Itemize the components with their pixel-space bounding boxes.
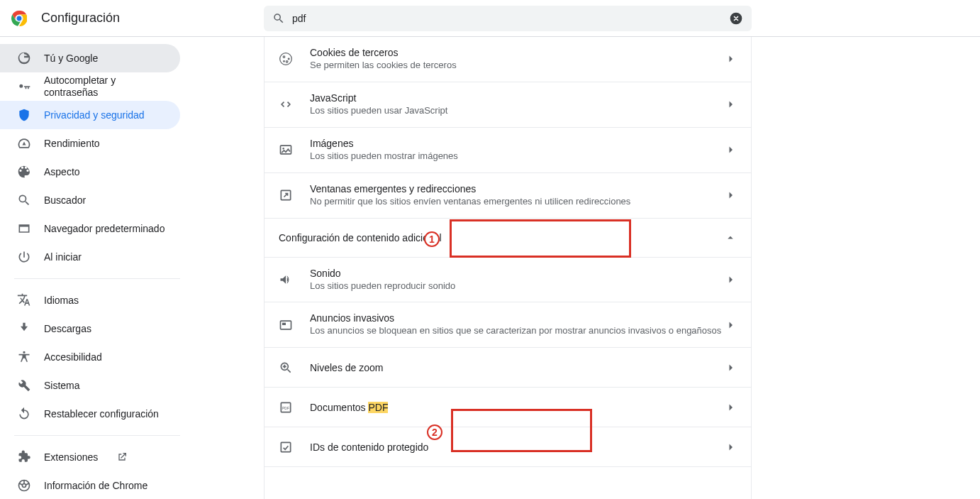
row-subtitle: Los sitios pueden mostrar imágenes [310,150,724,163]
section-title: Configuración de contenido adicional [279,232,442,243]
row-title: Anuncios invasivos [310,312,724,324]
svg-point-5 [23,484,26,488]
sidebar-divider [14,435,180,436]
ads-icon [279,318,293,332]
chevron-up-icon [724,231,737,244]
sidebar-item-search-engine[interactable]: Buscador [0,186,180,214]
google-icon [17,51,31,65]
sound-icon [279,273,293,287]
sidebar-item-label: Privacidad y seguridad [44,109,145,121]
row-sound[interactable]: Sonido Los sitios pueden reproducir soni… [265,258,751,303]
row-ads[interactable]: Anuncios invasivos Los anuncios se bloqu… [265,302,751,348]
sidebar-item-label: Restablecer configuración [44,408,159,420]
page-title: Configuración [41,11,120,26]
sidebar-item-performance[interactable]: Rendimiento [0,129,180,158]
row-title: Sonido [310,268,724,279]
search-highlight: PDF [368,402,388,413]
chevron-right-icon [724,98,737,111]
sidebar-item-extensions[interactable]: Extensiones [0,443,180,471]
svg-text:PDF: PDF [282,405,289,410]
chevron-right-icon [724,361,737,374]
row-title: JavaScript [310,92,724,104]
search-bar[interactable] [264,6,752,31]
row-subtitle: Los anuncios se bloquean en sitios que s… [310,325,724,337]
chevron-right-icon [724,189,737,202]
row-zoom[interactable]: Niveles de zoom [265,348,751,388]
row-title: IDs de contenido protegido [310,442,724,453]
row-popups[interactable]: Ventanas emergentes y redirecciones No p… [265,173,751,219]
external-link-icon [116,451,128,463]
row-title: Niveles de zoom [310,362,724,373]
sidebar-item-label: Sistema [44,380,80,392]
sidebar: Tú y Google Autocompletar y contraseñas … [0,37,186,499]
reset-icon [17,407,31,421]
row-protected-content[interactable]: IDs de contenido protegido [265,427,751,467]
annotation-number-2: 2 [427,424,442,440]
chevron-right-icon [724,401,737,414]
cookie-icon [279,52,293,66]
sidebar-item-downloads[interactable]: Descargas [0,314,180,343]
sidebar-item-default-browser[interactable]: Navegador predeterminado [0,214,180,243]
sidebar-item-label: Navegador predeterminado [44,223,165,235]
sidebar-item-reset[interactable]: Restablecer configuración [0,400,180,428]
row-images[interactable]: Imágenes Los sitios pueden mostrar imáge… [265,128,751,173]
row-title: Cookies de terceros [310,47,724,58]
sidebar-item-label: Aspecto [44,166,80,178]
chevron-right-icon [724,319,737,331]
row-cookies[interactable]: Cookies de terceros Se permiten las cook… [265,37,751,82]
search-input[interactable] [285,13,729,24]
chevron-right-icon [724,441,737,454]
settings-card: Cookies de terceros Se permiten las cook… [264,37,752,499]
wrench-icon [17,378,31,393]
speedometer-icon [17,136,31,150]
sidebar-item-you-and-google[interactable]: Tú y Google [0,44,180,72]
row-subtitle: Los sitios pueden reproducir sonido [310,280,724,292]
sidebar-item-accessibility[interactable]: Accesibilidad [0,343,180,371]
chevron-right-icon [724,53,737,65]
image-icon [279,143,293,157]
sidebar-item-languages[interactable]: Idiomas [0,286,180,314]
sidebar-item-label: Accesibilidad [44,351,102,363]
row-title: Documentos PDF [310,402,724,413]
sidebar-item-label: Información de Chrome [44,480,147,492]
download-icon [17,322,31,336]
sidebar-item-label: Rendimiento [44,138,100,150]
browser-icon [17,221,31,236]
svg-rect-10 [282,323,286,325]
popup-icon [279,188,293,202]
main-content: Cookies de terceros Se permiten las cook… [186,37,980,499]
app-header: Configuración [0,0,980,37]
chevron-right-icon [724,273,737,286]
row-subtitle: No permitir que los sitios envíen ventan… [310,196,724,208]
sidebar-item-label: Autocompletar y contraseñas [44,75,172,99]
pdf-icon: PDF [279,400,293,415]
row-pdf-documents[interactable]: PDF Documentos PDF [265,388,751,427]
additional-content-section-header[interactable]: Configuración de contenido adicional [265,219,751,258]
clear-search-icon[interactable] [729,11,743,26]
sidebar-item-appearance[interactable]: Aspecto [0,158,180,186]
sidebar-item-label: Extensiones [44,451,98,464]
extension-icon [17,450,31,464]
chevron-right-icon [724,143,737,156]
svg-point-7 [282,148,284,150]
sidebar-item-on-startup[interactable]: Al iniciar [0,243,180,271]
chrome-outline-icon [17,478,31,493]
sidebar-item-label: Tú y Google [44,53,98,65]
row-subtitle: Los sitios pueden usar JavaScript [310,105,724,117]
row-javascript[interactable]: JavaScript Los sitios pueden usar JavaSc… [265,82,751,128]
sidebar-item-privacy[interactable]: Privacidad y seguridad [0,101,180,129]
sidebar-item-system[interactable]: Sistema [0,371,180,400]
sidebar-item-about-chrome[interactable]: Información de Chrome [0,471,180,499]
row-subtitle: Se permiten las cookies de terceros [310,60,724,72]
sidebar-item-label: Buscador [44,194,86,207]
sidebar-divider [14,278,180,279]
svg-point-2 [16,15,22,21]
code-icon [279,97,293,111]
annotation-number-1: 1 [424,231,440,247]
zoom-icon [279,361,293,375]
row-title: Ventanas emergentes y redirecciones [310,183,724,194]
protected-content-icon [279,440,293,454]
sidebar-item-autofill[interactable]: Autocompletar y contraseñas [0,72,180,101]
key-icon [17,79,31,94]
chrome-logo-icon [11,11,27,26]
